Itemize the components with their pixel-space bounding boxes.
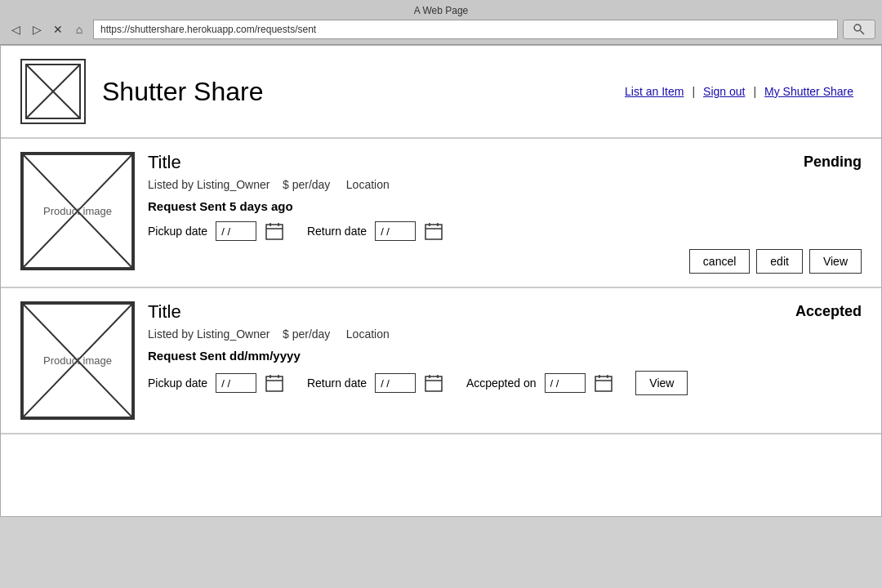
pickup-calendar-icon-1[interactable] <box>265 221 284 241</box>
svg-rect-27 <box>595 376 612 391</box>
request-card-2: Product image Title Accepted Listed by L… <box>1 288 881 434</box>
my-shutter-share-link[interactable]: My Shutter Share <box>756 85 862 98</box>
header-nav: List an Item | Sign out | My Shutter Sha… <box>617 85 862 98</box>
item-meta-2: Listed by Listing_Owner $ per/day Locati… <box>148 327 862 341</box>
site-header: Shutter Share List an Item | Sign out | … <box>1 46 881 139</box>
location-1: Location <box>346 178 390 191</box>
svg-point-0 <box>854 24 861 31</box>
return-label-1: Return date <box>307 225 367 238</box>
browser-chrome: A Web Page ◁ ▷ ✕ ⌂ <box>0 0 882 45</box>
item-meta-1: Listed by Listing_Owner $ per/day Locati… <box>148 178 862 191</box>
pickup-label-1: Pickup date <box>148 225 207 238</box>
product-image-2: Product image <box>20 301 135 420</box>
footer-space <box>1 434 881 516</box>
forward-button[interactable]: ▷ <box>28 20 46 38</box>
pickup-date-2[interactable] <box>216 373 256 393</box>
card-top-2: Title Accepted <box>148 301 862 327</box>
listed-by-1: Listed by Listing_Owner <box>148 178 270 191</box>
svg-rect-8 <box>266 225 283 239</box>
accepted-calendar-icon[interactable] <box>594 373 613 393</box>
pickup-calendar-icon-2[interactable] <box>265 373 284 393</box>
list-an-item-link[interactable]: List an Item <box>617 85 692 98</box>
home-button[interactable]: ⌂ <box>70 20 88 38</box>
product-image-1: Product image <box>20 152 135 270</box>
site-logo <box>20 59 86 124</box>
sign-out-link[interactable]: Sign out <box>695 85 753 98</box>
return-calendar-icon-1[interactable] <box>424 221 443 241</box>
status-badge-2: Accepted <box>795 303 862 320</box>
request-card-1: Product image Title Pending Listed by Li… <box>1 139 881 288</box>
pickup-label-2: Pickup date <box>148 376 207 390</box>
card-content-1: Title Pending Listed by Listing_Owner $ … <box>148 152 862 274</box>
accepted-label: Accpepted on <box>466 376 537 390</box>
nav-buttons: ◁ ▷ ✕ ⌂ <box>7 20 88 38</box>
card-top-1: Title Pending <box>148 152 862 178</box>
svg-rect-23 <box>425 376 442 391</box>
listed-by-2: Listed by Listing_Owner <box>148 327 270 341</box>
view-button-2[interactable]: View <box>635 371 688 395</box>
request-sent-2: Request Sent dd/mm/yyyy <box>148 349 862 363</box>
product-image-label-1: Product image <box>43 205 112 217</box>
browser-search-button[interactable] <box>843 20 875 39</box>
svg-line-1 <box>861 31 865 35</box>
return-label-2: Return date <box>307 376 367 390</box>
close-button[interactable]: ✕ <box>49 20 67 38</box>
item-title-2: Title <box>148 301 181 323</box>
status-badge-1: Pending <box>804 154 862 171</box>
request-sent-1: Request Sent 5 days ago <box>148 199 862 213</box>
price-2: $ per/day <box>283 327 330 341</box>
page-wrapper: Shutter Share List an Item | Sign out | … <box>0 45 882 517</box>
item-title-1: Title <box>148 152 181 173</box>
back-button[interactable]: ◁ <box>7 20 24 38</box>
browser-toolbar: ◁ ▷ ✕ ⌂ <box>7 20 875 39</box>
browser-title: A Web Page <box>7 5 875 16</box>
svg-rect-19 <box>266 376 283 391</box>
address-bar[interactable] <box>93 20 838 39</box>
accepted-date[interactable] <box>545 373 586 393</box>
product-image-label-2: Product image <box>43 354 112 367</box>
svg-rect-12 <box>425 225 442 239</box>
site-title: Shutter Share <box>102 77 617 107</box>
cancel-button-1[interactable]: cancel <box>689 249 750 274</box>
action-buttons-1: cancel edit View <box>148 249 862 274</box>
edit-button-1[interactable]: edit <box>756 249 803 274</box>
return-calendar-icon-2[interactable] <box>424 373 443 393</box>
return-date-2[interactable] <box>375 373 416 393</box>
price-1: $ per/day <box>283 178 330 191</box>
view-button-1[interactable]: View <box>809 249 862 274</box>
pickup-date-1[interactable] <box>216 221 256 241</box>
date-row-1: Pickup date Return date <box>148 221 862 241</box>
location-2: Location <box>346 327 390 341</box>
date-row-2: Pickup date Return date <box>148 371 862 395</box>
card-content-2: Title Accepted Listed by Listing_Owner $… <box>148 301 862 402</box>
return-date-1[interactable] <box>375 221 416 241</box>
